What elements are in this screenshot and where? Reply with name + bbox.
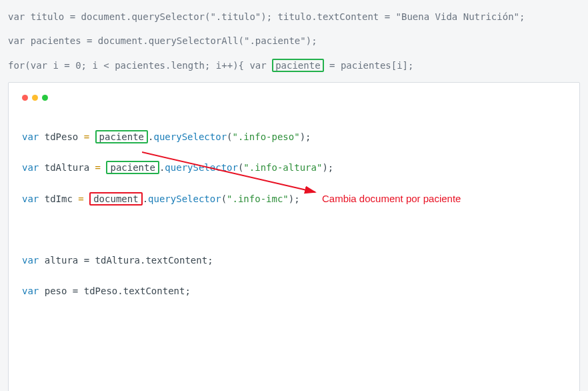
id: tdImc — [39, 193, 78, 204]
intro-line-3-boxed: paciente — [272, 59, 323, 72]
highlight-document: document — [89, 192, 142, 206]
intro-line-3-suffix: = pacientes[i]; — [324, 60, 414, 71]
traffic-dot-red-icon — [22, 95, 28, 101]
kw: var — [22, 286, 39, 296]
t: ( — [227, 131, 232, 142]
t: ( — [221, 193, 227, 204]
annotation-text: Cambia document por paciente — [322, 191, 461, 208]
highlight-paciente-2: paciente — [106, 161, 159, 174]
intro-line-3-prefix: for(var i = 0; i < pacientes.length; i++… — [8, 60, 272, 71]
t: ); — [322, 162, 333, 173]
op: = — [84, 131, 89, 142]
kw: var — [22, 162, 39, 173]
str: ".info-imc" — [227, 193, 289, 204]
kw: var — [22, 131, 39, 142]
t: peso = tdPeso.textContent; — [39, 286, 191, 296]
window-traffic-lights — [22, 95, 566, 101]
highlight-paciente-1: paciente — [95, 130, 148, 143]
intro-line-2: var pacientes = document.querySelectorAl… — [8, 33, 580, 48]
fn: querySelector — [153, 131, 227, 142]
code-blank — [22, 346, 566, 361]
code-block-card: var tdPeso = paciente.querySelector(".in… — [8, 82, 580, 391]
code-line-3: var tdImc = document.querySelector(".inf… — [22, 191, 566, 207]
code-line-6: var peso = tdPeso.textContent; — [22, 284, 566, 299]
intro-line-1: var titulo = document.querySelector(".ti… — [8, 9, 580, 24]
code-area: var tdPeso = paciente.querySelector(".in… — [22, 114, 566, 391]
t: ); — [289, 193, 300, 204]
op: = — [78, 193, 83, 204]
intro-line-3: for(var i = 0; i < pacientes.length; i++… — [8, 58, 580, 73]
str: ".info-altura" — [243, 162, 322, 173]
sp — [89, 131, 95, 142]
kw: var — [22, 255, 39, 266]
kw: var — [22, 193, 39, 204]
code-blank — [22, 376, 566, 391]
code-line-1: var tdPeso = paciente.querySelector(".in… — [22, 129, 566, 145]
fn: querySelector — [165, 162, 238, 173]
id: tdPeso — [39, 131, 83, 142]
fn: querySelector — [148, 193, 221, 204]
t: . — [143, 193, 148, 204]
code-line-2: var tdAltura = paciente.querySelector(".… — [22, 160, 566, 175]
op: = — [95, 162, 101, 173]
id: tdAltura — [39, 162, 95, 173]
traffic-dot-green-icon — [42, 95, 48, 101]
t: ); — [300, 131, 311, 142]
sp — [84, 193, 89, 204]
code-blank — [22, 314, 566, 330]
t: altura = tdAltura.textContent; — [39, 255, 213, 266]
str: ".info-peso" — [233, 131, 300, 142]
code-blank — [22, 222, 566, 238]
code-line-5: var altura = tdAltura.textContent; — [22, 253, 566, 268]
traffic-dot-yellow-icon — [32, 95, 38, 101]
